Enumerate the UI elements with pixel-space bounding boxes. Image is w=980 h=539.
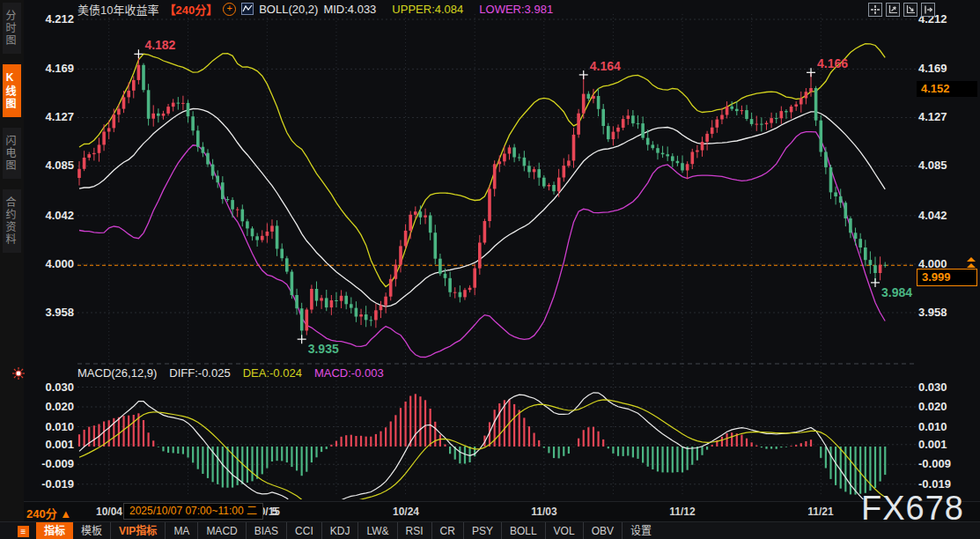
- toolbar-grid-icon[interactable]: ≡: [18, 526, 29, 537]
- sidebar-tab-kline-chart[interactable]: K线图: [3, 64, 21, 117]
- axis-zoom-in-icon[interactable]: [886, 3, 900, 17]
- candle: [151, 114, 155, 119]
- add-indicator-icon[interactable]: +: [223, 3, 236, 16]
- sidebar-tab-contract-info[interactable]: 合约资料: [3, 189, 21, 253]
- alarm-icon[interactable]: [11, 366, 26, 384]
- toolbar-item-4[interactable]: MA: [165, 522, 197, 539]
- candle: [453, 292, 457, 293]
- candle: [523, 158, 527, 166]
- toolbar-item-1[interactable]: 指标: [36, 522, 73, 539]
- indicator-toolbar: ≡ 指标模板VIP指标MAMACDBIASCCIKDJLW&RSICRPSYBO…: [0, 521, 980, 539]
- candle: [409, 215, 412, 231]
- candle: [775, 118, 778, 119]
- candle: [285, 258, 289, 271]
- chart-window: 分时图 K线图 闪电图 合约资料 4.1823.9354.1644.1663.9…: [0, 0, 980, 539]
- boll-lower-line: [79, 132, 885, 358]
- candle: [459, 292, 462, 298]
- candle: [508, 147, 512, 153]
- toolbar-item-5[interactable]: MACD: [197, 522, 245, 539]
- toolbar-item-11[interactable]: CR: [431, 522, 463, 539]
- candle: [799, 99, 803, 105]
- extreme-price-label: 4.182: [144, 38, 175, 52]
- candle: [122, 97, 126, 108]
- candle: [187, 103, 190, 116]
- sidebar-tab-time-chart[interactable]: 分时图: [3, 3, 21, 54]
- grid-layer: [77, 14, 916, 497]
- candle: [686, 164, 689, 170]
- candle: [306, 310, 309, 331]
- extreme-price-label: 4.166: [817, 56, 848, 70]
- candle: [291, 272, 294, 296]
- candle: [696, 151, 699, 152]
- timeframe-selector[interactable]: 240分 ▲: [26, 505, 71, 521]
- candle: [202, 147, 205, 153]
- toolbar-item-7[interactable]: CCI: [286, 522, 321, 539]
- toolbar-item-12[interactable]: PSY: [463, 522, 501, 539]
- candle: [117, 109, 121, 115]
- price-marker-layer: 4.1823.9354.1644.1663.984: [134, 38, 912, 356]
- candle: [661, 153, 665, 155]
- candle: [518, 158, 521, 159]
- candle: [270, 225, 274, 232]
- toolbar-item-10[interactable]: RSI: [397, 522, 431, 539]
- candle: [765, 123, 769, 125]
- candle: [557, 178, 561, 192]
- macd-axis-tick-left: 0.020: [26, 400, 74, 414]
- y-axis-tick-right: 4.085: [918, 159, 947, 173]
- candle: [745, 110, 748, 119]
- axis-zoom-out-icon[interactable]: [903, 3, 917, 17]
- candle: [226, 199, 230, 200]
- candle: [572, 135, 576, 161]
- candle: [266, 232, 269, 236]
- toolbar-item-9[interactable]: LW&: [357, 522, 396, 539]
- candle: [98, 144, 101, 152]
- toolbar-item-2[interactable]: 模板: [73, 522, 110, 539]
- timeframe-dropdown-arrow-icon: ▲: [60, 507, 71, 521]
- x-axis-label: 10/24: [384, 506, 428, 518]
- candle: [726, 107, 729, 115]
- toolbar-item-15[interactable]: OBV: [583, 522, 622, 539]
- y-axis-tick-left: 3.958: [26, 306, 74, 320]
- toolbar-item-14[interactable]: VOL: [545, 522, 583, 539]
- indicator-chart-icon[interactable]: [241, 3, 254, 15]
- candle: [656, 148, 659, 152]
- candle: [760, 124, 763, 125]
- candle: [814, 88, 818, 121]
- move-crosshair-icon[interactable]: [868, 3, 882, 17]
- macd-axis-tick-left: -0.019: [26, 477, 74, 491]
- toolbar-item-13[interactable]: BOLL: [501, 522, 545, 539]
- last-price-badge: 3.999: [917, 269, 977, 286]
- candle: [741, 110, 744, 111]
- macd-params-label: MACD(26,12,9): [77, 366, 157, 380]
- y-axis-tick-right: 4.169: [918, 62, 947, 76]
- x-axis-label: 11/03: [522, 506, 566, 518]
- candles-layer[interactable]: [77, 54, 887, 339]
- main-chart-canvas[interactable]: 4.1823.9354.1644.1663.984: [24, 0, 980, 539]
- toolbar-item-6[interactable]: BIAS: [246, 522, 286, 539]
- candle: [552, 185, 556, 191]
- candle: [582, 94, 586, 114]
- candle: [83, 158, 86, 169]
- candle: [344, 296, 348, 305]
- candle: [166, 107, 170, 114]
- shift-right-icon[interactable]: [921, 3, 935, 17]
- candle: [820, 121, 823, 152]
- macd-dea-value: DEA:-0.024: [243, 366, 302, 380]
- candle: [280, 249, 284, 259]
- macd-axis-tick-left: 0.030: [26, 380, 74, 395]
- candle: [127, 91, 130, 98]
- candle: [512, 147, 516, 157]
- toolbar-item-8[interactable]: KDJ: [321, 522, 358, 539]
- y-axis-tick-left: 4.127: [26, 110, 74, 124]
- candle: [567, 160, 571, 166]
- toolbar-item-16[interactable]: 设置: [622, 522, 659, 539]
- candle: [429, 216, 432, 233]
- candle: [463, 290, 467, 297]
- sidebar-tab-lightning-chart[interactable]: 闪电图: [3, 128, 21, 179]
- candle: [794, 105, 798, 107]
- toolbar-item-3[interactable]: VIP指标: [110, 522, 165, 539]
- candle: [627, 115, 630, 119]
- candle: [255, 236, 259, 240]
- macd-header: MACD(26,12,9) DIFF:-0.025 DEA:-0.024 MAC…: [77, 366, 384, 380]
- candle: [414, 211, 417, 215]
